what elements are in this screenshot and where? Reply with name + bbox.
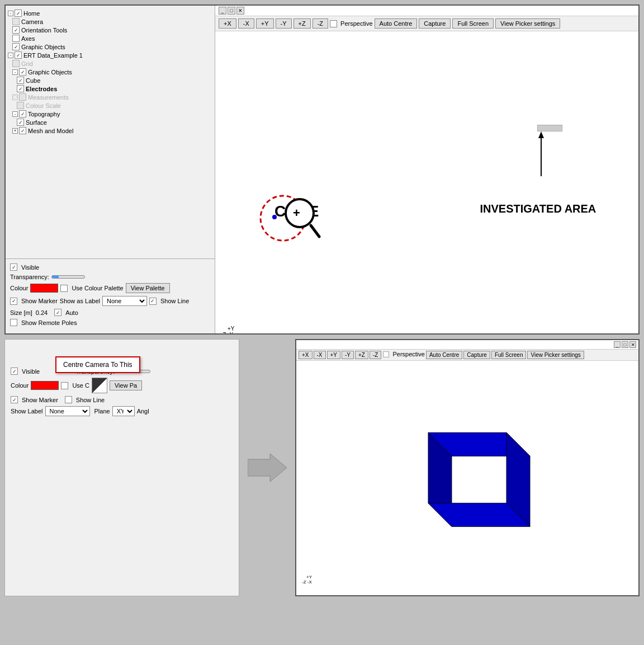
checkbox-grid[interactable] [12, 60, 20, 67]
checkbox-graphic-ert[interactable] [19, 68, 26, 76]
tree-item-topography[interactable]: - Topography [12, 110, 212, 118]
bottom-show-marker-checkbox[interactable] [11, 396, 18, 403]
viewport-titlebar: _ □ ✕ [215, 6, 638, 16]
bottom-visible-label: Visible [22, 368, 40, 375]
bottom-plane-select[interactable]: XY [112, 406, 135, 416]
tree-item-graphic-objects-top[interactable]: Graphic Objects [12, 43, 212, 51]
tree-item-electrodes[interactable]: Electrodes [17, 84, 212, 93]
win-minimize[interactable]: _ [219, 7, 226, 15]
expand-mesh[interactable]: + [12, 128, 18, 134]
perspective-checkbox[interactable] [330, 20, 337, 27]
expand-measurements[interactable]: □ [12, 95, 18, 100]
view-palette-btn[interactable]: View Palette [126, 283, 170, 293]
mini-plus-x[interactable]: +X [299, 351, 312, 359]
show-as-label: Show as Label [60, 298, 100, 304]
mini-minus-x[interactable]: -X [314, 351, 326, 359]
svg-point-11 [487, 491, 491, 495]
view-picker-btn[interactable]: View Picker settings [495, 18, 560, 29]
mini-capture[interactable]: Capture [463, 351, 490, 359]
checkbox-measurements[interactable] [19, 93, 26, 101]
tree-item-orientation[interactable]: Orientation Tools [12, 26, 212, 34]
view-minus-x[interactable]: -X [238, 18, 254, 29]
checkbox-electrodes[interactable] [17, 85, 24, 92]
capture-btn[interactable]: Capture [419, 18, 451, 29]
mini-plus-z[interactable]: +Z [355, 351, 368, 359]
tree-item-axes[interactable]: Axes [12, 34, 212, 43]
bottom-visible-checkbox[interactable] [11, 368, 18, 375]
show-remote-poles-checkbox[interactable] [10, 319, 17, 326]
view-minus-z[interactable]: -Z [312, 18, 328, 29]
mini-win-minimize[interactable]: _ [614, 341, 621, 348]
bottom-show-line-label: Show Line [76, 397, 105, 403]
size-label: Size [m] [10, 309, 32, 316]
bottom-view-palette-btn[interactable]: View Pa [110, 380, 142, 390]
mini-win-maximize[interactable]: □ [622, 341, 628, 348]
tree-item-colour-scale[interactable]: Colour Scale [17, 101, 212, 110]
show-marker-checkbox[interactable] [10, 298, 17, 305]
bottom-use-palette-checkbox[interactable] [61, 382, 68, 389]
tree-item-home[interactable]: - Home [8, 9, 212, 17]
tree-item-grid[interactable]: Grid [12, 59, 212, 68]
mini-axis-label: +Y -Z -X [302, 575, 312, 585]
view-plus-y[interactable]: +Y [256, 18, 274, 29]
full-screen-btn[interactable]: Full Screen [452, 18, 494, 29]
checkbox-graphic-objects-top[interactable] [12, 43, 20, 50]
expand-topography[interactable]: - [12, 111, 18, 117]
checkbox-topography[interactable] [19, 110, 26, 117]
transparency-slider[interactable] [51, 275, 85, 279]
win-close[interactable]: ✕ [236, 7, 244, 15]
bottom-show-line-checkbox[interactable] [65, 396, 72, 403]
checkbox-ert[interactable] [15, 51, 22, 59]
win-maximize[interactable]: □ [228, 7, 235, 15]
tree-item-ert[interactable]: - ERT Data_Example 1 [8, 51, 212, 59]
investigated-arrow [520, 125, 562, 176]
visible-checkbox[interactable] [10, 263, 17, 271]
tree-item-cube[interactable]: Cube [17, 76, 212, 84]
tree-item-surface[interactable]: Surface [17, 118, 212, 126]
expand-ert[interactable]: - [8, 53, 13, 58]
auto-checkbox[interactable] [54, 309, 61, 316]
auto-centre-btn[interactable]: Auto Centre [375, 18, 418, 29]
checkbox-mesh[interactable] [19, 127, 26, 134]
mini-win-close[interactable]: ✕ [629, 341, 636, 348]
mini-minus-z[interactable]: -Z [370, 351, 381, 359]
mini-minus-y[interactable]: -Y [342, 351, 354, 359]
view-minus-y[interactable]: -Y [276, 18, 292, 29]
tree-item-mesh[interactable]: + Mesh and Model [12, 126, 212, 135]
checkbox-camera[interactable] [12, 18, 20, 25]
mini-full-screen[interactable]: Full Screen [491, 351, 527, 359]
palette-icon [92, 378, 107, 393]
view-plus-x[interactable]: +X [219, 18, 236, 29]
transparency-label: Transparency: [10, 274, 49, 280]
checkbox-surface[interactable] [17, 119, 24, 126]
bottom-show-label-text: Show Label [11, 408, 43, 415]
checkbox-home[interactable] [15, 10, 22, 17]
mini-auto-centre[interactable]: Auto Centre [426, 351, 462, 359]
svg-marker-1 [538, 131, 544, 138]
mini-plus-y[interactable]: +Y [327, 351, 341, 359]
view-plus-z[interactable]: +Z [293, 18, 311, 29]
bottom-none-select[interactable]: None [45, 406, 90, 416]
checkbox-axes[interactable] [12, 35, 20, 42]
checkbox-orientation[interactable] [12, 26, 20, 34]
expand-home[interactable]: - [8, 11, 13, 16]
tree-item-measurements[interactable]: □ Measurements [12, 93, 212, 101]
colour-box[interactable] [30, 284, 58, 293]
context-menu-popup[interactable]: Centre Camera To This [55, 356, 140, 373]
use-colour-palette-checkbox[interactable] [60, 285, 68, 292]
bottom-colour-label: Colour [11, 382, 29, 389]
bottom-properties: Centre Camera To This Visible Transparen… [4, 339, 239, 596]
checkbox-colour-scale[interactable] [17, 102, 24, 109]
mini-perspective-checkbox[interactable] [383, 351, 389, 357]
show-line-checkbox[interactable] [149, 298, 157, 305]
perspective-label: Perspective [340, 20, 372, 27]
tree-item-graphic-objects-ert[interactable]: - Graphic Objects [12, 68, 212, 76]
label-colour-scale: Colour Scale [26, 102, 61, 109]
bottom-colour-box[interactable] [31, 381, 59, 390]
checkbox-cube[interactable] [17, 77, 24, 84]
mini-view-picker[interactable]: View Picker settings [527, 351, 584, 359]
mini-toolbar: +X -X +Y -Y +Z -Z Perspective Auto Centr… [296, 350, 638, 361]
tree-item-camera[interactable]: Camera [12, 17, 212, 26]
expand-graphic-ert[interactable]: - [12, 69, 18, 75]
show-as-select[interactable]: None Name Value [102, 296, 147, 306]
